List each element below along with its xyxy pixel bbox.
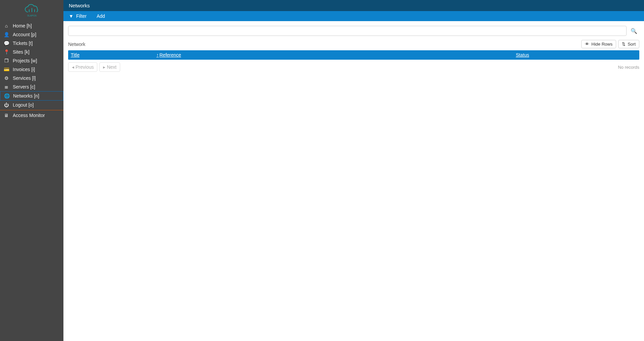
sort-icon: ⇅ <box>622 42 626 47</box>
sidebar-item-label: Servers [c] <box>13 84 35 90</box>
hide-rows-label: Hide Rows <box>591 42 612 47</box>
sidebar-item-access-monitor[interactable]: 🖥 Access Monitor <box>0 111 63 120</box>
comments-icon: 💬 <box>3 41 9 46</box>
sidebar-item-label: Networks [n] <box>13 93 39 99</box>
sidebar-item-label: Tickets [t] <box>13 41 33 46</box>
next-label: Next <box>107 64 116 70</box>
sidebar-item-label: Projects [w] <box>13 58 37 63</box>
sidebar-item-label: Home [h] <box>13 23 32 29</box>
cloud-logo-icon: SLAPOS <box>22 4 42 17</box>
content-area: 🔍 Network 👁 Hide Rows ⇅ Sort <box>63 21 644 76</box>
page-header: Networks <box>63 0 644 11</box>
column-status-label: Status <box>516 52 529 58</box>
next-button[interactable]: ▸ Next <box>99 62 120 72</box>
table-toolbar: Network 👁 Hide Rows ⇅ Sort <box>68 40 639 48</box>
sort-button[interactable]: ⇅ Sort <box>618 40 639 48</box>
sidebar-item-label: Logout [o] <box>13 102 34 108</box>
sidebar-item-label: Sites [k] <box>13 49 30 55</box>
filter-button[interactable]: ▼ Filter <box>69 13 87 19</box>
add-label: Add <box>97 13 105 19</box>
sidebar-item-servers[interactable]: ≣ Servers [c] <box>0 82 63 91</box>
chevron-left-icon: ◂ <box>72 64 74 70</box>
table-actions: 👁 Hide Rows ⇅ Sort <box>581 40 639 48</box>
sidebar-item-label: Access Monitor <box>13 113 45 118</box>
cubes-icon: ❐ <box>3 58 9 63</box>
marker-icon: 📍 <box>3 49 9 55</box>
search-icon: 🔍 <box>631 28 637 34</box>
filter-icon: ▼ <box>69 13 73 19</box>
pager: ◂ Previous ▸ Next <box>68 62 120 72</box>
previous-button[interactable]: ◂ Previous <box>68 62 97 72</box>
table-title: Network <box>68 42 85 47</box>
sidebar-item-label: Services [l] <box>13 75 36 81</box>
user-icon: 👤 <box>3 32 9 37</box>
sidebar-item-services[interactable]: ⚙ Services [l] <box>0 74 63 82</box>
table-header: Title ↑ Reference Status <box>68 50 639 60</box>
brand-logo: SLAPOS <box>0 0 63 21</box>
sidebar-item-label: Account [p] <box>13 32 36 37</box>
sidebar-item-invoices[interactable]: 💳 Invoices [i] <box>0 65 63 74</box>
sidebar: SLAPOS ⌂ Home [h] 👤 Account [p] 💬 Ticket… <box>0 0 63 341</box>
sidebar-item-projects[interactable]: ❐ Projects [w] <box>0 56 63 65</box>
globe-icon: 🌐 <box>4 93 10 99</box>
sidebar-divider <box>0 110 63 110</box>
search-button[interactable]: 🔍 <box>629 26 639 36</box>
card-icon: 💳 <box>3 67 9 72</box>
brand-text: SLAPOS <box>27 14 36 17</box>
column-reference-label: Reference <box>159 52 181 58</box>
column-status[interactable]: Status <box>516 52 637 58</box>
sidebar-item-sites[interactable]: 📍 Sites [k] <box>0 48 63 56</box>
sidebar-item-tickets[interactable]: 💬 Tickets [t] <box>0 39 63 48</box>
previous-label: Previous <box>76 64 94 70</box>
page-title: Networks <box>69 3 90 8</box>
sort-label: Sort <box>628 42 636 47</box>
sidebar-item-label: Invoices [i] <box>13 67 35 72</box>
power-icon: ⏻ <box>3 102 9 108</box>
sidebar-nav-secondary: 🖥 Access Monitor <box>0 111 63 120</box>
main-content: Networks ▼ Filter Add 🔍 Network <box>63 0 644 341</box>
sidebar-item-networks[interactable]: 🌐 Networks [n] <box>0 91 63 101</box>
desktop-icon: 🖥 <box>3 113 9 118</box>
column-title-label: Title <box>71 52 80 58</box>
search-input[interactable] <box>68 26 627 36</box>
eye-icon: 👁 <box>585 42 589 47</box>
sort-asc-icon: ↑ <box>156 52 159 58</box>
database-icon: ≣ <box>3 84 9 90</box>
column-title[interactable]: Title <box>71 52 156 58</box>
filter-label: Filter <box>76 13 87 19</box>
search-row: 🔍 <box>68 26 639 36</box>
column-reference[interactable]: ↑ Reference <box>156 52 516 58</box>
hide-rows-button[interactable]: 👁 Hide Rows <box>581 40 616 48</box>
chevron-right-icon: ▸ <box>103 64 105 70</box>
sidebar-nav: ⌂ Home [h] 👤 Account [p] 💬 Tickets [t] 📍… <box>0 21 63 109</box>
cogs-icon: ⚙ <box>3 75 9 81</box>
action-toolbar: ▼ Filter Add <box>63 11 644 21</box>
table-footer: ◂ Previous ▸ Next No records <box>68 62 639 72</box>
sidebar-item-home[interactable]: ⌂ Home [h] <box>0 21 63 30</box>
sidebar-item-account[interactable]: 👤 Account [p] <box>0 30 63 39</box>
sidebar-item-logout[interactable]: ⏻ Logout [o] <box>0 101 63 109</box>
home-icon: ⌂ <box>3 23 9 29</box>
add-button[interactable]: Add <box>97 13 105 19</box>
empty-state-text: No records <box>618 65 639 70</box>
